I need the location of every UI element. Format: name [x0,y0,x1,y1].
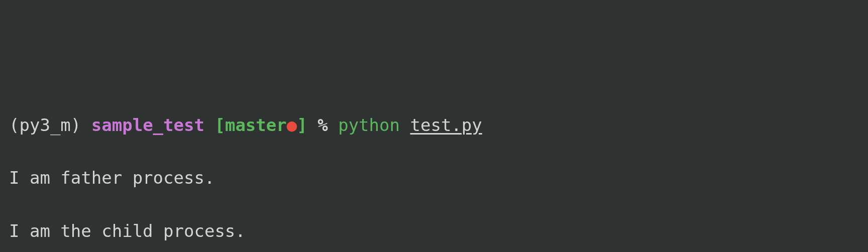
git-branch-close: ] [297,115,307,135]
git-branch-name: master [225,115,287,135]
output-line: I am the child process. [9,218,859,244]
virtualenv-label: (py3_m) [9,115,81,135]
prompt-symbol: % [317,115,328,135]
cwd-label: sample_test [91,115,204,135]
command-name[interactable]: python [338,115,400,135]
git-dirty-icon: ● [287,115,297,135]
command-arg[interactable]: test.py [410,115,482,135]
prompt-line-1: (py3_m) sample_test [master●] % python t… [9,112,859,139]
git-branch-open: [ [214,115,225,135]
output-line: I am father process. [9,165,859,191]
